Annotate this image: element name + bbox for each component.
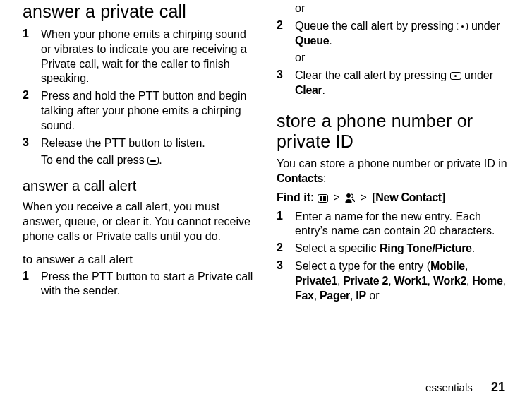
call-alert-paragraph: When you receive a call alert, you must …: [23, 200, 255, 244]
find-it-line: Find it: > > [New Contact]: [277, 191, 509, 206]
page: answer a private call 1 When your phone …: [0, 0, 532, 399]
left-alert-step-1: 1 Press the PTT button to start a Privat…: [23, 270, 255, 299]
text: Select a type for the entry (: [295, 260, 430, 272]
right-store-step-3: 3 Select a type for the entry (Mobile, P…: [277, 259, 509, 303]
text: .: [322, 84, 325, 96]
step-text: When your phone emits a chirping sound o…: [41, 28, 255, 86]
right-step-2: 2 Queue the call alert by pressing under…: [277, 19, 509, 49]
step-text: Select a type for the entry (Mobile, Pri…: [295, 259, 509, 303]
text: Select a specific: [295, 242, 380, 254]
right-step-3: 3 Clear the call alert by pressing under…: [277, 69, 509, 98]
step-number: 2: [277, 242, 295, 256]
queue-label: Queue: [295, 35, 329, 47]
heading-answer-call-alert: answer a call alert: [23, 178, 255, 194]
step-number: 1: [277, 210, 295, 239]
text: You can store a phone number or private …: [277, 157, 507, 169]
end-key-icon: [147, 157, 159, 165]
clear-label: Clear: [295, 84, 322, 96]
step-number: 3: [23, 136, 41, 151]
left-step-3: 3 Release the PTT button to listen.: [23, 136, 255, 151]
left-step-1: 1 When your phone emits a chirping sound…: [23, 28, 255, 86]
text: under: [464, 69, 493, 81]
text: Queue the call alert by pressing: [295, 20, 457, 32]
page-number: 21: [491, 380, 505, 394]
heading-answer-private-call: answer a private call: [23, 1, 255, 22]
step-number: 1: [23, 270, 41, 299]
contacts-icon: [345, 193, 355, 203]
step-number: 3: [277, 259, 295, 303]
step-number: 2: [277, 19, 295, 49]
step-number: 2: [23, 89, 41, 133]
left-step-2: 2 Press and hold the PTT button and begi…: [23, 89, 255, 133]
section-label: essentials: [425, 381, 473, 393]
contacts-label: Contacts: [277, 172, 323, 184]
ring-tone-label: Ring Tone/Picture: [380, 242, 472, 254]
softkey-icon: [457, 23, 468, 30]
chevron-icon: >: [358, 191, 368, 206]
step-text: Press and hold the PTT button and begin …: [41, 89, 255, 133]
text: Clear the call alert by pressing: [295, 69, 450, 81]
right-column: or 2 Queue the call alert by pressing un…: [277, 1, 509, 306]
step-text: Enter a name for the new entry. Each ent…: [295, 210, 509, 239]
chevron-icon: >: [331, 191, 341, 206]
footer: essentials 21: [425, 380, 505, 395]
columns: answer a private call 1 When your phone …: [23, 0, 509, 306]
step-text: Clear the call alert by pressing under C…: [295, 69, 509, 98]
end-call-line: To end the call press .: [41, 153, 255, 168]
step-text: Select a specific Ring Tone/Picture.: [295, 242, 475, 256]
store-intro: You can store a phone number or private …: [277, 157, 509, 186]
or-text: or: [295, 1, 509, 16]
heading-to-answer-call-alert: to answer a call alert: [23, 253, 255, 267]
text: .: [159, 154, 162, 166]
step-text: Release the PTT button to listen.: [41, 136, 205, 151]
text: :: [323, 172, 326, 184]
find-it-label: Find it:: [277, 191, 314, 203]
step-text: Press the PTT button to start a Private …: [41, 270, 255, 299]
step-number: 3: [277, 69, 295, 98]
text: or: [366, 290, 380, 302]
new-contact-label: [New Contact]: [372, 191, 445, 203]
step-number: 1: [23, 28, 41, 86]
heading-store-number: store a phone number or private ID: [277, 111, 509, 152]
text: .: [472, 242, 475, 254]
left-column: answer a private call 1 When your phone …: [23, 1, 255, 306]
text: .: [329, 35, 332, 47]
text: under: [471, 20, 500, 32]
text: To end the call press: [41, 154, 147, 166]
or-text: or: [295, 51, 509, 66]
menu-key-icon: [318, 194, 328, 203]
softkey-icon: [450, 72, 461, 80]
step-text: Queue the call alert by pressing under Q…: [295, 19, 509, 49]
right-store-step-1: 1 Enter a name for the new entry. Each e…: [277, 210, 509, 239]
right-store-step-2: 2 Select a specific Ring Tone/Picture.: [277, 242, 509, 256]
